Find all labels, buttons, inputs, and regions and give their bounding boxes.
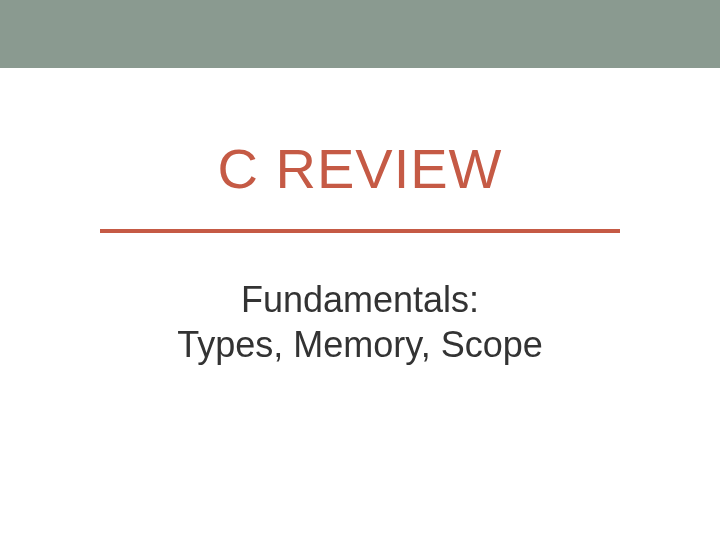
subtitle-line-1: Fundamentals: [0, 277, 720, 322]
title-underline [100, 229, 620, 233]
top-band [0, 0, 720, 68]
slide-content: C REVIEW Fundamentals: Types, Memory, Sc… [0, 68, 720, 367]
slide-title: C REVIEW [0, 136, 720, 201]
subtitle-line-2: Types, Memory, Scope [0, 322, 720, 367]
slide-subtitle: Fundamentals: Types, Memory, Scope [0, 277, 720, 367]
